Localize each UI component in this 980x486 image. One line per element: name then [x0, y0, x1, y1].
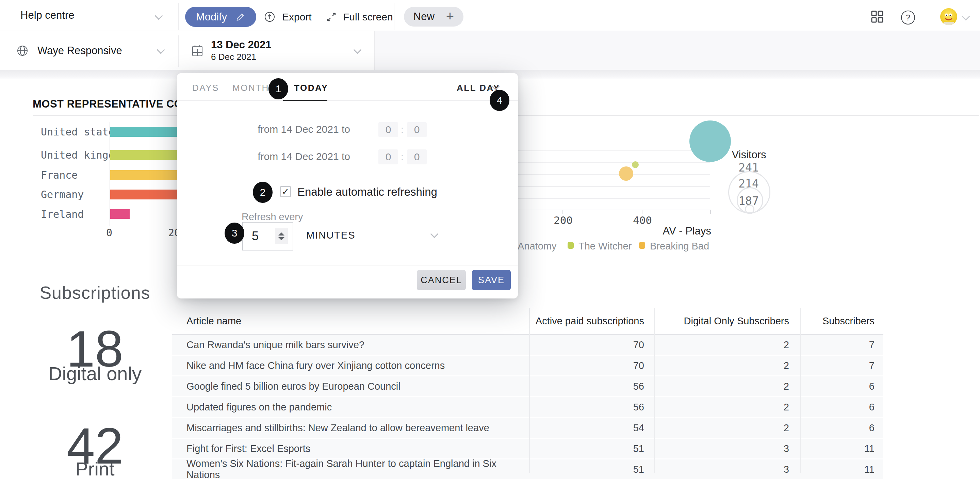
- date-settings-dialog: DAYS MONTHS TODAY ALL DAY from 14 Dec 20…: [177, 73, 518, 298]
- minute-value: 0: [414, 151, 420, 163]
- subscribers-value: 6: [803, 381, 883, 392]
- table-row[interactable]: Can Rwanda's unique milk bars survive? 7…: [172, 335, 883, 355]
- subscriptions-title: Subscriptions: [10, 282, 180, 303]
- col-header-digital-only[interactable]: Digital Only Subscribers: [657, 316, 803, 327]
- bubble-the-witcher[interactable]: [632, 161, 639, 168]
- minute-field[interactable]: 0: [407, 122, 427, 137]
- digital-only-value: 2: [657, 360, 803, 371]
- unit-chevron-icon[interactable]: [430, 230, 438, 238]
- table-row[interactable]: Nike and HM face China fury over Xinjian…: [172, 355, 883, 376]
- minute-value: 0: [414, 124, 420, 135]
- unit-label: MINUTES: [306, 230, 356, 241]
- auto-refresh-checkbox[interactable]: ✓: [280, 186, 291, 197]
- hour-value: 0: [385, 124, 391, 135]
- subscribers-value: 11: [803, 464, 883, 475]
- article-name: Women's Six Nations: Fit-again Sarah Hun…: [172, 458, 529, 481]
- article-name: Nike and HM face China fury over Xinjian…: [172, 360, 529, 371]
- digital-only-value: 2: [657, 402, 803, 413]
- step-badge-2: 2: [253, 182, 272, 203]
- check-icon: ✓: [282, 187, 289, 196]
- tab-today[interactable]: TODAY: [294, 83, 328, 93]
- gridline: [493, 174, 710, 175]
- size-legend-ring-small: [745, 204, 754, 214]
- step-badge-1: 1: [269, 78, 288, 99]
- column-divider: [654, 308, 655, 473]
- active-paid-value: 70: [529, 360, 657, 371]
- hour-field[interactable]: 0: [379, 150, 398, 164]
- digital-only-value: 2: [657, 339, 803, 351]
- column-divider: [529, 308, 530, 473]
- time-range-row: from 14 Dec 2021 to: [255, 124, 350, 135]
- table-row[interactable]: Updated figures on the pandemic 56 2 6: [172, 397, 883, 418]
- subscribers-value: 6: [803, 402, 883, 413]
- minute-field[interactable]: 0: [407, 150, 427, 164]
- subscribers-value: 7: [803, 339, 883, 351]
- auto-refresh-label[interactable]: Enable automatic refreshing: [298, 185, 437, 198]
- active-paid-value: 70: [529, 339, 657, 351]
- step-badge-3: 3: [224, 223, 244, 244]
- legend-label-anatomy[interactable]: Anatomy: [517, 241, 556, 252]
- time-range-label: from 14 Dec 2021 to: [258, 124, 350, 135]
- subscribers-value: 7: [803, 360, 883, 371]
- bubble-breaking-bad[interactable]: [619, 166, 633, 181]
- table-header-row: Article name Active paid subscriptions D…: [172, 308, 883, 335]
- gridline: [493, 163, 710, 163]
- active-paid-value: 54: [529, 422, 657, 433]
- legend-chip-the-witcher: [568, 242, 574, 249]
- time-colon: :: [399, 124, 406, 135]
- article-name: Fight for First: Excel Esports: [172, 443, 529, 454]
- table-row[interactable]: Google fined 5 billion euros by European…: [172, 376, 883, 397]
- tabs-divider: [177, 100, 518, 101]
- refresh-interval-input[interactable]: [243, 229, 275, 244]
- active-tab-underline: [283, 100, 327, 101]
- digital-only-value: 3: [657, 464, 803, 475]
- subscribers-value: 6: [803, 422, 883, 433]
- hour-field[interactable]: 0: [379, 122, 398, 137]
- stepper[interactable]: [275, 228, 288, 244]
- tab-days[interactable]: DAYS: [192, 83, 219, 93]
- x-axis-tick-mark: [642, 210, 643, 214]
- stepper-down-icon[interactable]: [278, 237, 285, 240]
- x-axis-tick-mark: [710, 210, 711, 214]
- table-row[interactable]: Fight for First: Excel Esports 51 3 11: [172, 439, 883, 459]
- legend-label-the-witcher[interactable]: The Witcher: [579, 241, 632, 252]
- time-range-row: from 14 Dec 2021 to: [255, 151, 350, 163]
- subscribers-value: 11: [803, 443, 883, 454]
- col-header-subscribers[interactable]: Subscribers: [803, 316, 883, 327]
- article-name: Google fined 5 billion euros by European…: [172, 381, 529, 392]
- step-badge-4: 4: [490, 90, 509, 111]
- time-colon: :: [399, 151, 406, 163]
- table-row[interactable]: Women's Six Nations: Fit-again Sarah Hun…: [172, 459, 883, 480]
- active-paid-value: 51: [529, 443, 657, 454]
- unit-select[interactable]: MINUTES: [306, 230, 356, 241]
- column-divider: [800, 308, 801, 473]
- save-button[interactable]: SAVE: [472, 270, 511, 290]
- active-paid-value: 56: [529, 402, 657, 413]
- table-row[interactable]: Miscarriages and stillbirths: New Zealan…: [172, 418, 883, 439]
- refresh-interval-box: [242, 222, 293, 250]
- gridline: [493, 150, 710, 151]
- col-header-active-paid[interactable]: Active paid subscriptions: [529, 316, 657, 327]
- gridline: [493, 186, 710, 187]
- article-name: Can Rwanda's unique milk bars survive?: [172, 339, 529, 351]
- article-name: Miscarriages and stillbirths: New Zealan…: [172, 422, 529, 433]
- articles-table: Article name Active paid subscriptions D…: [172, 308, 883, 473]
- dialog-footer-divider: [177, 265, 518, 266]
- digital-only-value: 2: [657, 422, 803, 433]
- x-axis-tick-mark: [563, 210, 563, 214]
- size-legend-title: Visitors: [715, 149, 783, 161]
- active-paid-value: 56: [529, 381, 657, 392]
- digital-only-label: Digital only: [10, 362, 180, 385]
- print-label: Print: [10, 458, 180, 480]
- stepper-up-icon[interactable]: [278, 233, 285, 236]
- subscriptions-widget: Subscriptions 18 Digital only 42 Print: [10, 279, 180, 483]
- hour-value: 0: [385, 151, 391, 163]
- digital-only-value: 3: [657, 443, 803, 454]
- legend-label-breaking-bad[interactable]: Breaking Bad: [650, 241, 709, 252]
- col-header-article-name[interactable]: Article name: [172, 316, 529, 327]
- legend-chip-breaking-bad: [639, 242, 645, 249]
- cancel-button[interactable]: CANCEL: [417, 270, 466, 290]
- active-paid-value: 51: [529, 464, 657, 475]
- gridline: [493, 198, 710, 199]
- dashboard-root: Help centre Modify Export Full screen Ne…: [0, 0, 980, 486]
